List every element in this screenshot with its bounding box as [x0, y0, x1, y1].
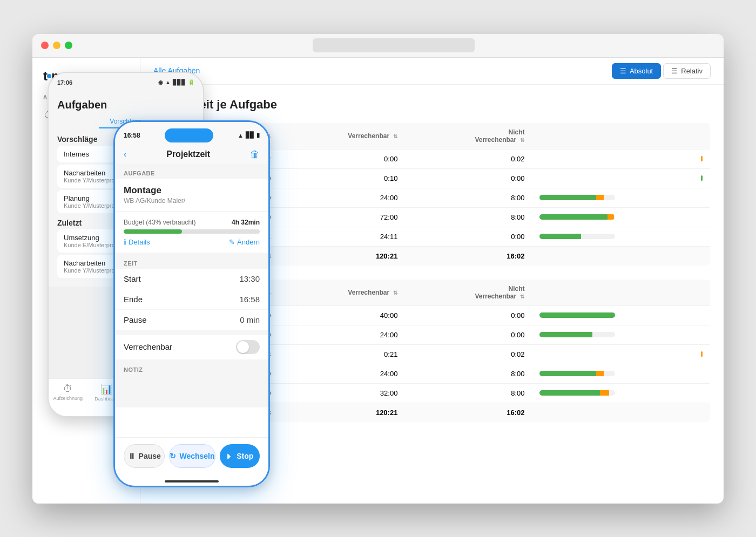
absolut-button[interactable]: ☰ Absolut [612, 63, 661, 79]
cell-bar [532, 305, 710, 325]
phone-back-time: 17:06 [57, 79, 72, 86]
minimize-button[interactable] [53, 42, 60, 49]
budget-bar-fill [124, 229, 182, 234]
status-icons: ▲ ▊▊ ▮ [238, 132, 260, 139]
cell-nicht-verrechenbar: 0:00 [405, 305, 532, 325]
cell-verrechenbar: 0:00 [278, 149, 405, 168]
task-card: Montage WB AG/Kunde Maier/ [115, 179, 268, 211]
window-controls [41, 42, 72, 49]
main-topbar: Alle Aufgaben ☰ Absolut ☰ Relativ [140, 58, 724, 85]
budget-card: Budget (43% verbraucht) 4h 32min ℹ Detai… [115, 212, 268, 253]
col-nicht-verrechenbar-1[interactable]: NichtVerrechenbar ⇅ [405, 123, 532, 149]
verrechenbar-label: Verrechenbar [124, 342, 172, 351]
cell-bar [532, 325, 710, 344]
col-nicht-verrechenbar-2[interactable]: NichtVerrechenbar ⇅ [405, 279, 532, 305]
wechseln-button[interactable]: ↻ Wechseln [169, 444, 215, 468]
summary-verrechenbar: 120:21 [278, 403, 405, 422]
phone-front-time: 16:58 [124, 132, 140, 139]
wifi-icon: ▲ [165, 79, 171, 85]
pause-button[interactable]: ⏸ Pause [124, 444, 165, 468]
details-button[interactable]: ℹ Details [124, 238, 150, 246]
back-button[interactable]: ‹ [124, 149, 126, 159]
phone-front-header: ‹ Projektzeit 🗑 [115, 145, 268, 164]
wechseln-icon: ↻ [170, 452, 176, 460]
cell-nicht-verrechenbar: 0:00 [405, 168, 532, 188]
info-icon: ℹ [124, 238, 126, 246]
close-button[interactable] [41, 42, 49, 49]
col-verrechenbar-1[interactable]: Verrechenbar ⇅ [278, 123, 405, 149]
verrechenbar-toggle[interactable] [236, 340, 260, 354]
summary-nicht-verrechenbar: 16:02 [405, 403, 532, 422]
notiz-section-label: NOTIZ [115, 360, 268, 375]
task-name: Montage [124, 185, 260, 196]
cell-bar [532, 188, 710, 207]
cell-nicht-verrechenbar: 8:00 [405, 383, 532, 403]
task-sub: WB AG/Kunde Maier/ [124, 197, 260, 205]
cell-verrechenbar: 24:11 [278, 227, 405, 246]
dashboard-nav-icon: 📊 [100, 383, 112, 395]
aendern-button[interactable]: ✎ Ändern [229, 238, 260, 246]
list-icon: ☰ [620, 67, 626, 75]
wifi-status-icon: ▲ [238, 132, 244, 139]
relativ-button[interactable]: ☰ Relativ [663, 63, 711, 79]
budget-row: Budget (43% verbraucht) 4h 32min [124, 219, 260, 226]
phone-back-statusbar: 17:06 ◉ ▲ ▊▊▊ 🔋 [49, 73, 203, 92]
cell-verrechenbar: 40:00 [278, 305, 405, 325]
location-icon: ◉ [158, 79, 163, 85]
phone-front: 16:58 ▲ ▊▊ ▮ ‹ Projektzeit 🗑 AUFGABE Mon… [113, 120, 270, 487]
logo-dot [47, 74, 51, 78]
cell-nicht-verrechenbar: 0:02 [405, 149, 532, 168]
aufgabe-section-label: AUFGABE [115, 164, 268, 179]
cell-bar [532, 383, 710, 403]
stop-icon: ⏵ [226, 452, 233, 460]
phone-bottom-bar: ⏸ Pause ↻ Wechseln ⏵ Stop [115, 437, 268, 486]
cell-bar [532, 227, 710, 246]
cell-bar [532, 168, 710, 188]
summary-bar [532, 403, 710, 422]
ende-row[interactable]: Ende 16:58 [115, 289, 268, 310]
pause-icon: ⏸ [128, 452, 136, 460]
list-icon-2: ☰ [671, 67, 678, 75]
phone-header-title: Projektzeit [166, 149, 210, 159]
budget-remaining-value: 4h 32min [232, 219, 260, 226]
aendern-label: Ändern [237, 238, 260, 246]
cell-verrechenbar: 0:10 [278, 168, 405, 188]
cell-nicht-verrechenbar: 0:02 [405, 344, 532, 364]
phone-back-title: Aufgaben [57, 99, 194, 111]
cell-bar [532, 364, 710, 383]
phone-front-body[interactable]: AUFGABE Montage WB AG/Kunde Maier/ Budge… [115, 164, 268, 407]
summary-verrechenbar: 120:21 [278, 246, 405, 266]
url-bar [313, 38, 475, 52]
col-bar-1 [532, 123, 710, 149]
stop-label: Stop [237, 452, 253, 460]
details-label: Details [129, 238, 150, 246]
summary-nicht-verrechenbar: 16:02 [405, 246, 532, 266]
phone-front-statusbar: 16:58 ▲ ▊▊ ▮ [115, 122, 268, 145]
budget-bar [124, 229, 260, 234]
pause-label: Pause [139, 452, 161, 460]
col-verrechenbar-2[interactable]: Verrechenbar ⇅ [278, 279, 405, 305]
verrechenbar-row[interactable]: Verrechenbar [115, 335, 268, 360]
maximize-button[interactable] [65, 42, 72, 49]
view-toggles: ☰ Absolut ☰ Relativ [612, 63, 711, 79]
cell-nicht-verrechenbar: 8:00 [405, 188, 532, 207]
relativ-label: Relativ [681, 67, 703, 75]
trash-icon[interactable]: 🗑 [250, 149, 260, 160]
start-row[interactable]: Start 13:30 [115, 269, 268, 289]
cell-verrechenbar: 32:00 [278, 383, 405, 403]
stop-button[interactable]: ⏵ Stop [220, 444, 260, 468]
titlebar [32, 34, 724, 58]
ende-label: Ende [124, 295, 143, 304]
nav-aufzeichnung[interactable]: ⏱ Aufzeichnung [49, 383, 87, 401]
cell-nicht-verrechenbar: 0:00 [405, 325, 532, 344]
cell-nicht-verrechenbar: 0:00 [405, 227, 532, 246]
start-value: 13:30 [239, 274, 260, 283]
cell-nicht-verrechenbar: 8:00 [405, 207, 532, 227]
budget-label: Budget (43% verbraucht) [124, 219, 195, 226]
pause-value: 0 min [240, 315, 260, 324]
page-title: Projektzeit je Aufgabe [153, 98, 711, 112]
cell-verrechenbar: 0:21 [278, 344, 405, 364]
cell-verrechenbar: 24:00 [278, 364, 405, 383]
summary-bar [532, 246, 710, 266]
pause-row[interactable]: Pause 0 min [115, 310, 268, 330]
